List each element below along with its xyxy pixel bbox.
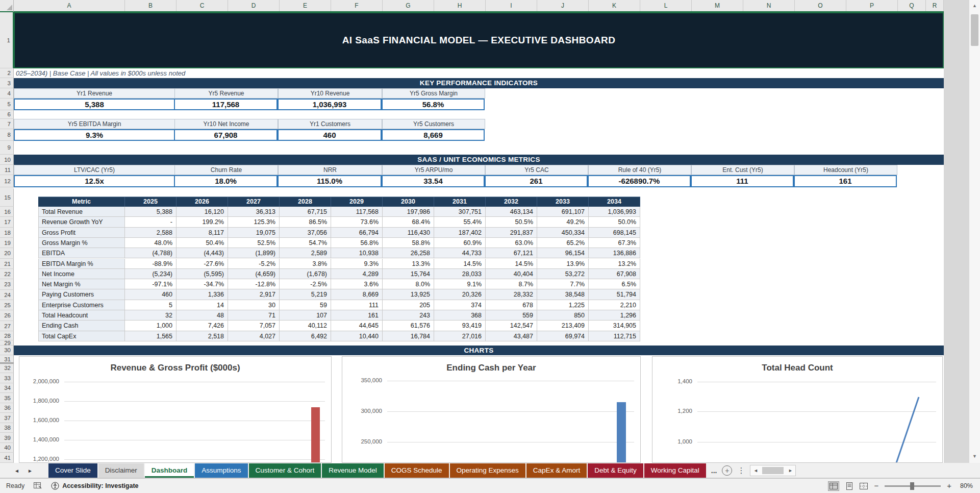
table-value-cell[interactable]: 450,334 <box>537 228 589 238</box>
row-header-19[interactable]: 19 <box>0 238 14 248</box>
table-value-cell[interactable]: 14 <box>177 300 228 310</box>
table-value-cell[interactable]: -12.8% <box>228 279 280 289</box>
table-value-cell[interactable]: 86.5% <box>280 217 331 227</box>
table-value-cell[interactable]: 678 <box>486 300 537 310</box>
table-value-cell[interactable]: 10,938 <box>331 248 383 258</box>
table-value-cell[interactable]: 2,210 <box>589 300 640 310</box>
column-header-O[interactable]: O <box>795 0 846 11</box>
saas-metric-label[interactable]: LTV/CAC (Yr5) <box>14 165 175 175</box>
row-header-9[interactable]: 9 <box>0 141 14 155</box>
table-value-cell[interactable]: 463,134 <box>486 207 537 217</box>
table-metric-cell[interactable]: Total Headcount <box>38 310 125 321</box>
row-header-27[interactable]: 27 <box>0 321 14 331</box>
row-header-35[interactable]: 35 <box>0 393 14 403</box>
table-value-cell[interactable]: 1,000 <box>125 321 177 331</box>
table-value-cell[interactable]: 16,784 <box>383 331 434 341</box>
sheet-tab-debt-equity[interactable]: Debt & Equity <box>588 463 643 478</box>
vertical-scrollbar[interactable]: ▲ ▼ <box>969 0 980 463</box>
table-value-cell[interactable]: 307,751 <box>434 207 486 217</box>
table-value-cell[interactable]: (4,659) <box>228 269 280 279</box>
row-header-7[interactable]: 7 <box>0 119 14 129</box>
table-header-cell[interactable]: 2030 <box>383 196 434 207</box>
row-header-5[interactable]: 5 <box>0 98 14 110</box>
macro-record-icon[interactable] <box>34 482 42 489</box>
row-header-26[interactable]: 26 <box>0 310 14 321</box>
subtitle-cell[interactable]: 025–2034) | Base Case | All values in $0… <box>14 68 944 78</box>
column-header-E[interactable]: E <box>280 0 331 11</box>
saas-metric-label[interactable]: NRR <box>278 165 382 175</box>
table-value-cell[interactable]: 43,487 <box>486 331 537 341</box>
row-header-38[interactable]: 38 <box>0 423 14 433</box>
table-value-cell[interactable]: 71 <box>228 310 280 321</box>
table-value-cell[interactable]: 117,568 <box>331 207 383 217</box>
table-value-cell[interactable]: 50.0% <box>589 217 640 227</box>
table-value-cell[interactable]: 314,905 <box>589 321 640 331</box>
scroll-up-icon[interactable]: ▲ <box>969 3 980 8</box>
zoom-in-button[interactable]: + <box>947 479 951 493</box>
table-value-cell[interactable]: 7.7% <box>537 279 589 289</box>
table-value-cell[interactable]: 73.6% <box>331 217 383 227</box>
zoom-level[interactable]: 80% <box>958 482 973 489</box>
charts-section-header[interactable]: CHARTS <box>14 346 944 355</box>
row-header-17[interactable]: 17 <box>0 217 14 228</box>
table-value-cell[interactable]: 58.8% <box>383 238 434 248</box>
table-value-cell[interactable]: 111 <box>331 300 383 310</box>
table-value-cell[interactable]: 8,117 <box>177 228 228 238</box>
page-break-preview-icon[interactable] <box>860 483 868 489</box>
chart-bar-2034[interactable] <box>617 402 626 463</box>
table-value-cell[interactable]: 53,272 <box>537 269 589 279</box>
sheet-tab-operating-expenses[interactable]: Operating Expenses <box>450 463 525 478</box>
table-value-cell[interactable]: (1,678) <box>280 269 331 279</box>
table-value-cell[interactable]: 9.3% <box>331 259 383 269</box>
row-header-8[interactable]: 8 <box>0 129 14 141</box>
prev-sheet-icon[interactable]: ◄ <box>14 468 19 474</box>
saas-metric-label[interactable]: Ent. Cust (Yr5) <box>691 165 794 175</box>
table-value-cell[interactable]: 54.7% <box>280 238 331 248</box>
horizontal-scrollbar-thumb[interactable] <box>762 467 784 474</box>
table-value-cell[interactable]: 61,576 <box>383 321 434 331</box>
saas-metric-value[interactable]: -626890.7% <box>588 175 691 187</box>
table-value-cell[interactable]: - <box>125 217 177 227</box>
kpi-value[interactable]: 8,669 <box>382 129 485 141</box>
table-value-cell[interactable]: 3.6% <box>331 279 383 289</box>
row-header-1[interactable]: 1 <box>0 12 14 68</box>
table-value-cell[interactable]: 5 <box>125 300 177 310</box>
table-header-cell[interactable]: 2032 <box>486 196 537 207</box>
row-header-20[interactable]: 20 <box>0 248 14 259</box>
kpi-value[interactable]: 5,388 <box>14 98 175 110</box>
table-value-cell[interactable]: 10,440 <box>331 331 383 341</box>
row-header-34[interactable]: 34 <box>0 383 14 393</box>
table-value-cell[interactable]: 49.2% <box>537 217 589 227</box>
table-metric-cell[interactable]: EBITDA Margin % <box>38 259 125 269</box>
kpi-label[interactable]: Yr1 Revenue <box>14 88 175 98</box>
table-value-cell[interactable]: 3.8% <box>280 259 331 269</box>
saas-metric-value[interactable]: 161 <box>794 175 897 187</box>
table-value-cell[interactable]: 32 <box>125 310 177 321</box>
table-header-cell[interactable]: 2034 <box>589 196 640 207</box>
table-value-cell[interactable]: 69,974 <box>537 331 589 341</box>
tab-overflow[interactable]: ... <box>711 466 717 475</box>
row-header-2[interactable]: 2 <box>0 68 14 78</box>
row-header-28[interactable]: 28 <box>0 331 14 340</box>
chart-total-headcount[interactable]: Total Head Count 1,4001,2001,000 <box>652 356 943 463</box>
row-header-12[interactable]: 12 <box>0 175 14 187</box>
kpi-value[interactable]: 67,908 <box>174 129 278 141</box>
sheet-tab-capex-amort[interactable]: CapEx & Amort <box>526 463 587 478</box>
sheet-tab-assumptions[interactable]: Assumptions <box>195 463 247 478</box>
table-value-cell[interactable]: 67,121 <box>486 248 537 258</box>
column-header-J[interactable]: J <box>537 0 589 11</box>
table-value-cell[interactable]: 28,332 <box>486 289 537 300</box>
normal-view-icon[interactable] <box>828 481 839 491</box>
row-header-32[interactable]: 32 <box>0 363 14 373</box>
table-value-cell[interactable]: 14.5% <box>486 259 537 269</box>
table-value-cell[interactable]: 68.4% <box>383 217 434 227</box>
row-header-6[interactable]: 6 <box>0 110 14 119</box>
table-value-cell[interactable]: 56.8% <box>331 238 383 248</box>
row-header-15[interactable]: 15 <box>0 189 14 207</box>
saas-metric-value[interactable]: 111 <box>691 175 794 187</box>
table-value-cell[interactable]: 187,402 <box>434 228 486 238</box>
saas-section-header[interactable]: SAAS / UNIT ECONOMICS METRICS <box>14 155 944 165</box>
table-value-cell[interactable]: 50.4% <box>177 238 228 248</box>
table-value-cell[interactable]: 107 <box>280 310 331 321</box>
table-value-cell[interactable]: 13.9% <box>537 259 589 269</box>
